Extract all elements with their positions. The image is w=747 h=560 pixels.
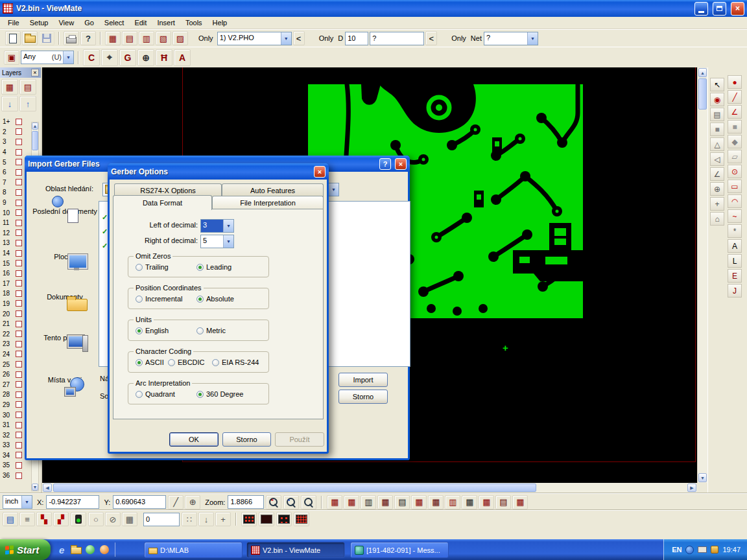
- place-network[interactable]: Místa v síti: [32, 376, 97, 384]
- layer-color-swatch[interactable]: [16, 128, 22, 135]
- layer-color-swatch[interactable]: [16, 432, 22, 438]
- toolbar-button[interactable]: ▭: [728, 180, 742, 193]
- layer-color-swatch[interactable]: [16, 119, 22, 125]
- place-documents[interactable]: Dokumenty: [32, 293, 97, 301]
- layer-row[interactable]: 1+: [1, 117, 31, 127]
- scroll-up-button[interactable]: ▲: [32, 122, 38, 130]
- place-my-computer[interactable]: Tento počítač: [32, 334, 97, 342]
- toolbar-button[interactable]: +: [215, 512, 231, 526]
- layer-color-swatch[interactable]: [16, 472, 22, 479]
- taskbar-task-dmlab[interactable]: D:\MLAB: [144, 542, 243, 558]
- toolbar-button[interactable]: ▦: [428, 495, 444, 509]
- toolbar-button[interactable]: ▦: [327, 495, 342, 509]
- layer-color-swatch[interactable]: [16, 462, 22, 469]
- vertical-scrollbar[interactable]: ▲ ▼: [697, 67, 707, 483]
- quick-launch-browser-button[interactable]: [99, 544, 110, 555]
- minimize-button[interactable]: [694, 2, 708, 16]
- only-dcode-toggle[interactable]: Only: [316, 34, 337, 42]
- right-decimal-select[interactable]: 5 ▼: [200, 235, 234, 248]
- layer-color-swatch[interactable]: [16, 310, 22, 317]
- toolbar-button[interactable]: ▧: [156, 31, 171, 45]
- zoom-window-button[interactable]: ▪: [283, 495, 299, 509]
- layer-color-swatch[interactable]: [16, 200, 22, 206]
- scrollbar-thumb[interactable]: [53, 484, 536, 492]
- tray-network-icon[interactable]: [685, 546, 694, 554]
- layer-color-swatch[interactable]: [16, 260, 22, 266]
- taskbar-task-viewmate[interactable]: V2.bin - ViewMate: [246, 542, 345, 558]
- toolbar-button[interactable]: E: [728, 269, 742, 283]
- layer-color-swatch[interactable]: [16, 189, 22, 196]
- start-button[interactable]: Start: [0, 539, 51, 560]
- left-decimal-select[interactable]: 3 ▼: [200, 219, 234, 233]
- net-select[interactable]: ? ▼: [484, 32, 538, 45]
- layers-toolbar-button[interactable]: ↓: [1, 96, 18, 111]
- radio-leading[interactable]: Leading: [196, 263, 231, 271]
- layer-row[interactable]: 36: [1, 471, 31, 481]
- layer-color-swatch[interactable]: [16, 149, 22, 156]
- layers-toolbar-button[interactable]: ↑: [19, 96, 36, 111]
- layers-panel-header[interactable]: Layers ×: [0, 67, 41, 78]
- layer-color-swatch[interactable]: [16, 381, 22, 388]
- layer-color-swatch[interactable]: [16, 422, 22, 428]
- layer-color-swatch[interactable]: [16, 300, 22, 307]
- layer-color-swatch[interactable]: [16, 139, 22, 145]
- toolbar-button[interactable]: J: [728, 284, 742, 298]
- toolbar-button[interactable]: ╱: [728, 90, 742, 104]
- menu-item[interactable]: Tools: [180, 18, 208, 28]
- quick-launch-orb-button[interactable]: [84, 544, 96, 555]
- layer-color-swatch[interactable]: [16, 240, 22, 246]
- toolbar-button[interactable]: ~: [728, 209, 742, 223]
- toolbar-button[interactable]: ▥: [139, 31, 154, 45]
- toolbar-button[interactable]: ↓: [198, 512, 214, 526]
- apply-button[interactable]: Použít: [275, 432, 324, 447]
- taskbar-task-messenger[interactable]: [191-482-091] - Mess...: [350, 542, 449, 558]
- import-button[interactable]: Import: [338, 373, 388, 387]
- context-help-button[interactable]: ?: [80, 31, 96, 45]
- toolbar-button[interactable]: ▦: [377, 495, 393, 509]
- prev-layer-button[interactable]: <: [293, 31, 305, 45]
- scrollbar-thumb[interactable]: [698, 78, 707, 110]
- layer-color-swatch[interactable]: [16, 250, 22, 257]
- layers-close-button[interactable]: ×: [31, 69, 39, 76]
- radio-ebcdic[interactable]: EBCDIC: [168, 358, 205, 366]
- radio-360-degree[interactable]: 360 Degree: [196, 390, 244, 398]
- dialog-close-button[interactable]: ×: [395, 158, 407, 170]
- layers-toolbar-button[interactable]: ▤: [19, 79, 36, 95]
- zoom-in-button[interactable]: +: [266, 495, 281, 509]
- layer-row[interactable]: 2: [1, 127, 31, 137]
- toolbar-button[interactable]: ╱: [168, 495, 184, 509]
- layer-color-swatch[interactable]: [16, 280, 22, 286]
- toolbar-button[interactable]: ▦: [411, 495, 427, 509]
- toolbar-button[interactable]: ▥: [445, 495, 460, 509]
- toolbar-button[interactable]: C: [83, 49, 100, 66]
- toolbar-button[interactable]: ▦: [122, 512, 137, 526]
- new-file-button[interactable]: [5, 31, 21, 45]
- toolbar-button[interactable]: ≡: [19, 512, 35, 526]
- ok-button[interactable]: OK: [169, 432, 219, 447]
- dialog-close-button[interactable]: ×: [314, 166, 326, 178]
- units-select[interactable]: inch ▼: [3, 495, 32, 509]
- layer-color-swatch[interactable]: [16, 229, 22, 236]
- toolbar-button[interactable]: A: [174, 49, 191, 66]
- tray-keyboard-icon[interactable]: [698, 546, 707, 553]
- tab-auto-features[interactable]: Auto Features: [222, 183, 324, 197]
- toolbar-button[interactable]: ▦: [462, 495, 477, 509]
- menu-item[interactable]: View: [53, 18, 79, 28]
- pattern-button[interactable]: [259, 512, 274, 526]
- toolbar-button[interactable]: ▤: [495, 495, 511, 509]
- chevron-down-icon[interactable]: ▼: [281, 32, 291, 45]
- toolbar-button[interactable]: ⊕: [137, 49, 154, 66]
- layer-color-swatch[interactable]: [16, 391, 22, 398]
- layer-row[interactable]: 35: [1, 460, 31, 471]
- layer-color-swatch[interactable]: [16, 169, 22, 176]
- menu-item[interactable]: Select: [99, 18, 130, 28]
- toolbar-button[interactable]: ∷: [182, 512, 197, 526]
- place-recent-documents[interactable]: Poslední dokumenty: [32, 207, 97, 215]
- layer-color-swatch[interactable]: [16, 179, 22, 185]
- pattern-button[interactable]: [276, 512, 292, 526]
- prev-dcode-button[interactable]: <: [425, 31, 437, 45]
- chevron-down-icon[interactable]: ▼: [21, 496, 32, 508]
- menu-item[interactable]: Help: [208, 18, 233, 28]
- toolbar-button[interactable]: ⊕: [185, 495, 200, 509]
- pattern-button[interactable]: [294, 512, 309, 526]
